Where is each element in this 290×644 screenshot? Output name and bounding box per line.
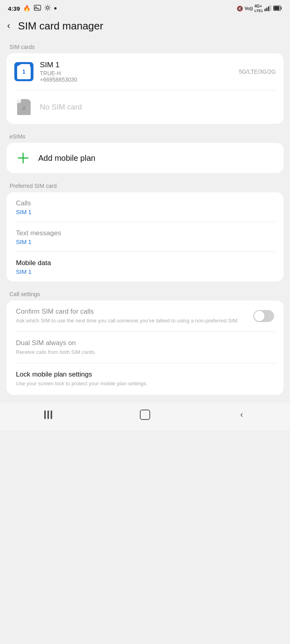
nav-back-icon: ‹: [240, 410, 243, 420]
text-messages-item[interactable]: Text messages SIM 1: [6, 222, 284, 252]
right-status-icons: 🔇 Vo)) 4G+LTE1: [237, 4, 282, 13]
svg-rect-6: [270, 5, 271, 11]
esims-section-label: eSIMs: [0, 128, 290, 142]
svg-rect-0: [34, 5, 41, 10]
confirm-sim-toggle[interactable]: [253, 310, 274, 322]
sim1-number: 1: [22, 68, 25, 75]
sim2-item[interactable]: 2 No SIM card: [6, 90, 284, 124]
sim1-item[interactable]: 1 SIM 1 TRUE-H +66958853030 5G/LTE/3G/2G: [6, 53, 284, 90]
fire-icon: 🔥: [23, 5, 31, 12]
gallery-icon: [34, 5, 41, 12]
lock-mobile-plan-item[interactable]: Lock mobile plan settings Use your scree…: [6, 363, 284, 394]
battery-icon: [273, 6, 282, 12]
status-bar: 4:39 🔥 🔇 Vo)) 4G+LTE1: [0, 0, 290, 15]
confirm-sim-text: Confirm SIM card for calls Ask which SIM…: [16, 308, 253, 324]
preferred-sim-card: Calls SIM 1 Text messages SIM 1 Mobile d…: [6, 192, 284, 281]
svg-point-2: [47, 7, 49, 9]
mobile-data-value: SIM 1: [16, 268, 274, 275]
sim2-icon: 2: [14, 98, 33, 117]
sim1-info: SIM 1 TRUE-H +66958853030: [40, 60, 233, 83]
4g-icon: 4G+LTE1: [255, 4, 263, 13]
confirm-sim-title: Confirm SIM card for calls: [16, 308, 249, 316]
calls-label: Calls: [16, 199, 274, 207]
call-settings-section-label: Call settings: [0, 285, 290, 300]
page-title: SIM card manager: [18, 20, 103, 32]
time-display: 4:39: [8, 5, 20, 12]
add-plan-label: Add mobile plan: [38, 154, 95, 163]
top-bar: ‹ SIM card manager: [0, 15, 290, 38]
mobile-data-item[interactable]: Mobile data SIM 1: [6, 252, 284, 281]
no-sim-label: No SIM card: [40, 103, 82, 111]
dual-sim-item[interactable]: Dual SIM always on Receive calls from bo…: [6, 332, 284, 363]
dual-sim-desc: Receive calls from both SIM cards.: [16, 349, 274, 356]
preferred-sim-section-label: Preferred SIM card: [0, 177, 290, 191]
home-square-icon: [140, 410, 150, 420]
svg-rect-8: [281, 7, 282, 9]
volte-icon: Vo)): [245, 6, 253, 11]
settings-icon: [44, 4, 51, 12]
plus-icon: [16, 151, 30, 165]
back-button[interactable]: ‹: [4, 19, 13, 33]
nav-bar: ‹: [0, 403, 290, 431]
add-mobile-plan-item[interactable]: Add mobile plan: [6, 143, 284, 173]
lock-mobile-plan-desc: Use your screen lock to protect your mob…: [16, 380, 274, 387]
text-messages-label: Text messages: [16, 229, 274, 237]
nav-back-button[interactable]: ‹: [232, 408, 252, 421]
svg-rect-5: [268, 6, 269, 11]
home-button[interactable]: [135, 408, 155, 421]
call-settings-card: Confirm SIM card for calls Ask which SIM…: [6, 301, 284, 395]
dual-sim-title: Dual SIM always on: [16, 339, 274, 347]
text-messages-value: SIM 1: [16, 238, 274, 245]
calls-item[interactable]: Calls SIM 1: [6, 192, 284, 222]
confirm-sim-row: Confirm SIM card for calls Ask which SIM…: [16, 308, 274, 324]
mute-icon: 🔇: [237, 6, 243, 12]
sim1-icon: 1: [14, 62, 33, 81]
mobile-data-label: Mobile data: [16, 259, 274, 267]
status-time: 4:39 🔥: [8, 4, 57, 12]
lock-mobile-plan-title: Lock mobile plan settings: [16, 371, 274, 379]
sim1-carrier: TRUE-H +66958853030: [40, 70, 233, 83]
sim-cards-section-label: SIM cards: [0, 38, 290, 53]
recent-apps-button[interactable]: [38, 408, 58, 421]
signal-icon: [265, 5, 272, 12]
svg-rect-9: [274, 6, 280, 10]
calls-value: SIM 1: [16, 209, 274, 215]
sim1-name: SIM 1: [40, 60, 233, 69]
dot-icon: [54, 7, 57, 10]
svg-rect-4: [266, 8, 268, 11]
sim1-network: 5G/LTE/3G/2G: [239, 68, 276, 75]
esims-card: Add mobile plan: [6, 143, 284, 173]
sim-cards-card: 1 SIM 1 TRUE-H +66958853030 5G/LTE/3G/2G…: [6, 53, 284, 124]
svg-rect-3: [265, 9, 266, 11]
sim2-number: 2: [22, 105, 25, 111]
confirm-sim-item[interactable]: Confirm SIM card for calls Ask which SIM…: [6, 301, 284, 332]
confirm-sim-desc: Ask which SIM to use the next time you c…: [16, 317, 249, 324]
